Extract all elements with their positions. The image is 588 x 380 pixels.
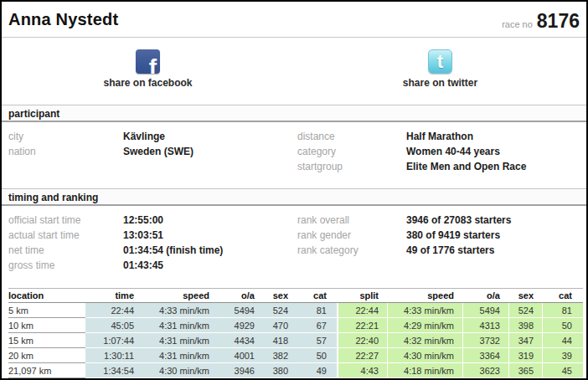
facebook-icon[interactable]: f — [136, 49, 160, 74]
table-cell: 39 — [542, 348, 583, 363]
field-value: 380 of 9419 starters — [406, 228, 500, 243]
field-label: rank category — [297, 243, 406, 258]
share-twitter-label[interactable]: share on twitter — [403, 77, 477, 89]
table-cell: 22:40 — [337, 333, 387, 348]
timing-right-column: rank overall 3946 of 27083 starters rank… — [297, 213, 586, 273]
table-cell: 44 — [542, 333, 583, 348]
column-header-oa-3: o/a — [218, 288, 263, 303]
info-row-rank-category: rank category 49 of 1776 starters — [297, 243, 586, 258]
info-row-gross-time: gross time 01:43:45 — [8, 258, 297, 273]
column-header-split-6: split — [337, 288, 387, 303]
participant-name: Anna Nystedt — [8, 10, 118, 29]
info-row-nation: nation Sweden (SWE) — [8, 144, 297, 159]
table-cell: 347 — [508, 333, 542, 348]
table-cell: 67 — [297, 318, 337, 333]
share-on-twitter-button[interactable]: t share on twitter — [294, 49, 586, 89]
info-row-official-start: official start time 12:55:00 — [8, 213, 297, 228]
column-header-time-1: time — [85, 288, 142, 303]
participant-left-column: city Kävlinge nation Sweden (SWE) — [8, 129, 297, 174]
field-label: nation — [8, 144, 123, 159]
table-cell: 4:29 min/km — [387, 318, 462, 333]
table-cell: 4:31 min/km — [142, 318, 218, 333]
table-cell: 382 — [263, 348, 297, 363]
table-cell: 1:34:54 — [85, 363, 142, 378]
field-label: rank overall — [297, 213, 406, 228]
field-value: 3946 of 27083 starters — [406, 213, 511, 228]
field-value: 01:43:45 — [123, 258, 163, 273]
column-header-speed-2: speed — [142, 288, 218, 303]
location-cell: 5 km — [8, 303, 85, 318]
table-row: 10 km45:054:31 min/km49294706722:214:29 … — [8, 318, 583, 333]
table-cell: 22:44 — [85, 303, 142, 318]
table-cell: 22:27 — [337, 348, 387, 363]
table-cell: 4:18 min/km — [387, 363, 462, 378]
info-row-rank-gender: rank gender 380 of 9419 starters — [297, 228, 586, 243]
table-cell: 4929 — [218, 318, 263, 333]
table-cell: 365 — [508, 363, 542, 378]
table-cell: 4001 — [218, 348, 263, 363]
column-header-cat-10: cat — [542, 288, 583, 303]
location-cell: 20 km — [8, 348, 85, 363]
table-cell: 418 — [263, 333, 297, 348]
timing-left-column: official start time 12:55:00 actual star… — [8, 213, 297, 273]
info-row-city: city Kävlinge — [8, 129, 297, 144]
column-header-location-0: location — [8, 288, 85, 303]
location-cell: 21,097 km — [8, 363, 85, 378]
table-row: 5 km22:444:33 min/km54945248122:444:33 m… — [8, 303, 583, 318]
field-value: 13:03:51 — [123, 228, 163, 243]
table-cell: 3946 — [218, 363, 263, 378]
column-header-sex-4: sex — [263, 288, 297, 303]
table-cell: 3364 — [462, 348, 508, 363]
table-cell: 4:43 — [337, 363, 387, 378]
race-number-label: race no — [502, 19, 533, 29]
field-value: 01:34:54 (finish time) — [123, 243, 223, 258]
table-cell: 49 — [297, 363, 337, 378]
share-row: f share on facebook t share on twitter — [2, 38, 586, 89]
info-row-rank-overall: rank overall 3946 of 27083 starters — [297, 213, 586, 228]
table-cell: 4:31 min/km — [142, 348, 218, 363]
table-cell: 3623 — [462, 363, 508, 378]
share-facebook-label[interactable]: share on facebook — [103, 77, 192, 89]
table-cell: 4:32 min/km — [387, 333, 462, 348]
table-cell: 319 — [508, 348, 542, 363]
splits-table: locationtimespeedo/asexcatsplitspeedo/as… — [8, 288, 583, 378]
table-cell: 4:30 min/km — [387, 348, 462, 363]
info-row-category: category Women 40-44 years — [297, 144, 586, 159]
table-cell: 4434 — [218, 333, 263, 348]
table-cell: 4:31 min/km — [142, 333, 218, 348]
field-label: rank gender — [297, 228, 406, 243]
race-number-value: 8176 — [537, 10, 580, 33]
table-cell: 22:44 — [337, 303, 387, 318]
field-label: gross time — [8, 258, 123, 273]
table-cell: 524 — [508, 303, 542, 318]
page-header: Anna Nystedt race no 8176 — [2, 2, 586, 38]
field-label: category — [297, 144, 406, 159]
field-value: 12:55:00 — [123, 213, 163, 228]
table-cell: 50 — [297, 348, 337, 363]
splits-table-head: locationtimespeedo/asexcatsplitspeedo/as… — [8, 288, 583, 303]
field-label: distance — [297, 129, 406, 144]
table-cell: 22:21 — [337, 318, 387, 333]
table-cell: 1:30:11 — [85, 348, 142, 363]
table-cell: 470 — [263, 318, 297, 333]
field-label: city — [8, 129, 123, 144]
location-cell: 10 km — [8, 318, 85, 333]
table-cell: 50 — [542, 318, 583, 333]
header-row: locationtimespeedo/asexcatsplitspeedo/as… — [8, 288, 583, 303]
field-label: actual start time — [8, 228, 123, 243]
timing-section-header: timing and ranking — [2, 188, 586, 206]
table-cell: 57 — [297, 333, 337, 348]
info-row-distance: distance Half Marathon — [297, 129, 586, 144]
timing-info: official start time 12:55:00 actual star… — [2, 206, 586, 273]
participant-info: city Kävlinge nation Sweden (SWE) distan… — [2, 122, 586, 174]
table-cell: 398 — [508, 318, 542, 333]
table-row: 15 km1:07:444:31 min/km44344185722:404:3… — [8, 333, 583, 348]
table-row: 20 km1:30:114:31 min/km40013825022:274:3… — [8, 348, 583, 363]
column-header-sex-9: sex — [508, 288, 542, 303]
table-cell: 524 — [263, 303, 297, 318]
field-value: Women 40-44 years — [406, 144, 500, 159]
share-on-facebook-button[interactable]: f share on facebook — [2, 49, 294, 89]
race-number-block: race no 8176 — [502, 10, 580, 33]
field-label: startgroup — [297, 159, 406, 174]
twitter-icon[interactable]: t — [428, 49, 452, 74]
